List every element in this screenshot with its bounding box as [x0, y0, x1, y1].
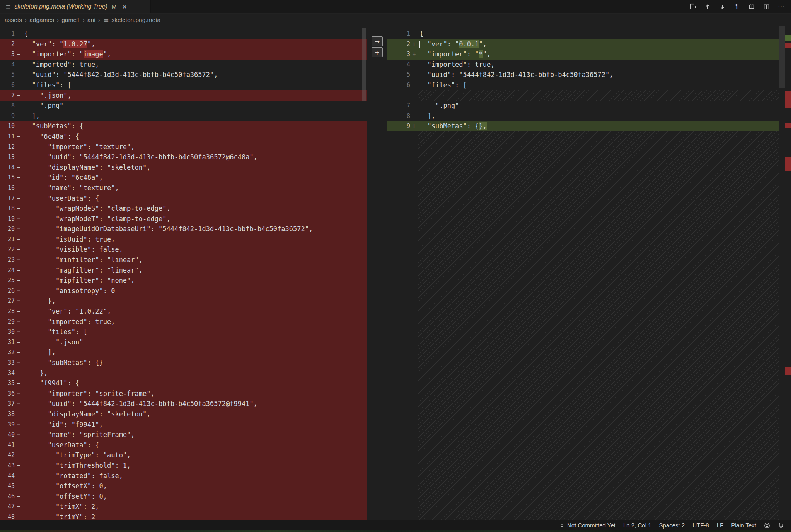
language-mode[interactable]: Plain Text	[727, 520, 760, 530]
code-line[interactable]: 9 ],	[0, 111, 367, 121]
code-line[interactable]: 4 "imported": true,	[387, 60, 779, 70]
code-line[interactable]: 32− ],	[0, 347, 367, 358]
code-line[interactable]: 14− "displayName": "skeleton",	[0, 162, 367, 173]
line-number[interactable]: 6	[0, 80, 15, 90]
overview-ruler[interactable]	[785, 26, 791, 520]
line-number[interactable]: 35	[0, 378, 15, 389]
code-line[interactable]: 17− "userData": {	[0, 193, 367, 204]
code-line[interactable]: 8 ".png"	[0, 101, 367, 111]
line-number[interactable]: 27	[0, 296, 15, 306]
scm-status[interactable]: Not Committed Yet	[555, 520, 619, 530]
line-number[interactable]: 3	[0, 49, 15, 60]
code-line[interactable]: 21− "isUuid": true,	[0, 234, 367, 245]
line-number[interactable]: 40	[0, 430, 15, 440]
code-line[interactable]: 10− "subMetas": {	[0, 121, 367, 131]
code-line[interactable]: 18− "wrapModeS": "clamp-to-edge",	[0, 203, 367, 214]
line-number[interactable]: 44	[0, 471, 15, 481]
code-line[interactable]: 40− "name": "spriteFrame",	[0, 430, 367, 440]
line-number[interactable]: 17	[0, 193, 15, 204]
line-number[interactable]: 19	[0, 214, 15, 224]
tab-skeleton-png-meta[interactable]: ≡ skeleton.png.meta (Working Tree) M ×	[0, 0, 151, 13]
line-number[interactable]: 7	[387, 101, 410, 111]
line-number[interactable]: 2	[0, 39, 15, 49]
code-line[interactable]: 20− "imageUuidOrDatabaseUri": "5444f842-…	[0, 224, 367, 234]
line-number[interactable]: 1	[387, 29, 410, 39]
next-change-button[interactable]	[716, 2, 728, 12]
code-line[interactable]: 26− "anisotropy": 0	[0, 286, 367, 296]
line-number[interactable]: 43	[0, 460, 15, 471]
code-line[interactable]: 3− "importer": "image",	[0, 49, 367, 60]
encoding-setting[interactable]: UTF-8	[689, 520, 713, 530]
line-number[interactable]: 6	[387, 80, 410, 90]
line-number[interactable]: 20	[0, 224, 15, 234]
code-line[interactable]: 44− "rotated": false,	[0, 471, 367, 481]
line-number[interactable]: 45	[0, 481, 15, 491]
line-number[interactable]: 37	[0, 399, 15, 409]
code-line[interactable]: 36− "importer": "sprite-frame",	[0, 389, 367, 399]
line-number[interactable]: 1	[0, 29, 15, 39]
line-number[interactable]: 26	[0, 286, 15, 296]
line-number[interactable]: 38	[0, 409, 15, 419]
code-line[interactable]: 22− "visible": false,	[0, 244, 367, 255]
split-editor-button[interactable]	[760, 2, 772, 12]
line-number[interactable]: 9	[387, 121, 410, 131]
code-line[interactable]: 6 "files": [	[0, 80, 367, 90]
code-line[interactable]: 29− "imported": true,	[0, 317, 367, 327]
code-line[interactable]: 27− },	[0, 296, 367, 306]
line-number[interactable]: 18	[0, 203, 15, 214]
close-icon[interactable]: ×	[122, 3, 126, 10]
code-line[interactable]: 46− "offsetY": 0,	[0, 491, 367, 502]
code-line[interactable]: 11− "6c48a": {	[0, 131, 367, 142]
code-line[interactable]: 13− "uuid": "5444f842-1d3d-413c-bbfb-b4c…	[0, 152, 367, 162]
line-number[interactable]: 12	[0, 142, 15, 152]
code-line[interactable]: 31− ".json"	[0, 337, 367, 348]
breadcrumb-item-adgames[interactable]: adgames	[29, 17, 54, 24]
line-number[interactable]: 2	[387, 39, 410, 49]
code-line[interactable]: 24− "magfilter": "linear",	[0, 265, 367, 276]
code-line[interactable]: 25− "mipfilter": "none",	[0, 275, 367, 286]
code-line[interactable]: 19− "wrapModeT": "clamp-to-edge",	[0, 214, 367, 224]
line-number[interactable]: 39	[0, 419, 15, 430]
line-number[interactable]: 16	[0, 183, 15, 193]
line-number[interactable]: 42	[0, 450, 15, 460]
line-number[interactable]: 8	[0, 101, 15, 111]
code-line[interactable]: 9+ "subMetas": {},	[387, 121, 779, 131]
line-number[interactable]: 34	[0, 368, 15, 379]
line-number[interactable]: 14	[0, 162, 15, 173]
right-scrollbar[interactable]	[779, 26, 785, 88]
line-number[interactable]: 47	[0, 501, 15, 512]
code-line[interactable]: 23− "minfilter": "linear",	[0, 255, 367, 265]
code-line[interactable]: 12− "importer": "texture",	[0, 142, 367, 152]
line-number[interactable]: 13	[0, 152, 15, 162]
cursor-position[interactable]: Ln 2, Col 1	[619, 520, 655, 530]
code-line[interactable]: 41− "userData": {	[0, 440, 367, 450]
code-line[interactable]: 4 "imported": true,	[0, 60, 367, 70]
breadcrumb-item-file[interactable]: skeleton.png.meta	[111, 17, 160, 24]
feedback-button[interactable]	[760, 520, 774, 530]
code-line[interactable]: 5 "uuid": "5444f842-1d3d-413c-bbfb-b4c50…	[0, 70, 367, 80]
line-number[interactable]: 7	[0, 90, 15, 101]
line-number[interactable]: 8	[387, 111, 410, 121]
code-line[interactable]: 2+ "ver": "0.0.1",	[387, 39, 779, 49]
code-line[interactable]: 1{	[387, 29, 779, 39]
code-line[interactable]: 2− "ver": "1.0.27",	[0, 39, 367, 49]
line-number[interactable]: 46	[0, 491, 15, 502]
line-number[interactable]: 5	[387, 70, 410, 80]
line-number[interactable]: 48	[0, 512, 15, 520]
line-number[interactable]: 28	[0, 306, 15, 317]
left-scrollbar[interactable]	[362, 28, 366, 101]
line-number[interactable]: 24	[0, 265, 15, 276]
line-number[interactable]: 22	[0, 244, 15, 255]
line-number[interactable]: 25	[0, 275, 15, 286]
line-number[interactable]: 10	[0, 121, 15, 131]
breadcrumb-item-game1[interactable]: game1	[61, 17, 80, 24]
line-number[interactable]: 5	[0, 70, 15, 80]
code-line[interactable]: 47− "trimX": 2,	[0, 501, 367, 512]
revert-block-button[interactable]: →	[372, 36, 383, 46]
line-number[interactable]: 11	[0, 131, 15, 142]
line-number[interactable]: 41	[0, 440, 15, 450]
line-number[interactable]: 33	[0, 358, 15, 368]
code-line[interactable]: 8 ],	[387, 111, 779, 121]
line-number[interactable]: 4	[387, 60, 410, 70]
eol-setting[interactable]: LF	[713, 520, 728, 530]
